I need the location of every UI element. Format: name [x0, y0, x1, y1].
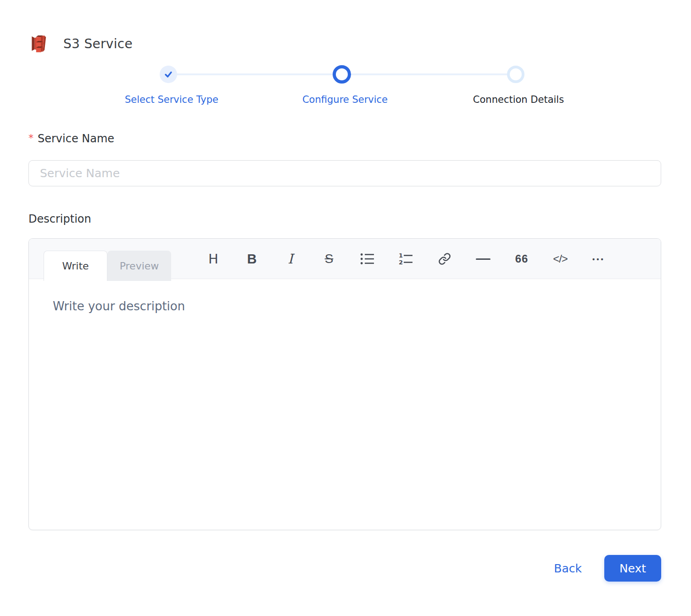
horizontal-rule-icon — [476, 258, 490, 260]
italic-icon: I — [288, 251, 293, 267]
description-editor: Write Preview H B I S — [28, 238, 661, 530]
step-label-connection-details: Connection Details — [427, 94, 610, 105]
tab-write[interactable]: Write — [44, 251, 107, 281]
add-service-wizard-page: S3 Service Select Service Type Configure… — [0, 0, 691, 616]
step-configure-service-indicator — [333, 65, 351, 84]
strikethrough-icon: S — [325, 252, 334, 266]
s3-cube-top — [36, 35, 43, 41]
bulleted-list-button[interactable] — [348, 239, 387, 279]
editor-tabs: Write Preview — [44, 251, 171, 281]
horizontal-rule-button[interactable] — [464, 239, 502, 279]
editor-toolbar: Write Preview H B I S — [29, 239, 661, 279]
numbered-list-icon: 1 2 — [399, 252, 413, 265]
bulleted-list-icon — [360, 252, 375, 265]
check-icon — [164, 70, 173, 79]
s3-cube-bottom — [36, 46, 43, 52]
back-button[interactable]: Back — [554, 562, 582, 575]
s3-service-icon — [28, 33, 50, 54]
quote-icon: 66 — [515, 252, 529, 265]
required-asterisk: * — [28, 132, 33, 144]
step-label-select-service-type: Select Service Type — [80, 94, 263, 105]
bold-button[interactable]: B — [233, 239, 271, 279]
service-name-input[interactable] — [28, 160, 661, 186]
bold-icon: B — [247, 252, 257, 267]
strikethrough-button[interactable]: S — [310, 239, 348, 279]
description-label: Description — [28, 213, 91, 225]
svg-text:2: 2 — [399, 259, 403, 265]
italic-button[interactable]: I — [271, 239, 310, 279]
editor-toolbar-buttons: H B I S — [194, 239, 618, 279]
step-connection-details-indicator — [507, 66, 524, 83]
next-button[interactable]: Next — [604, 555, 661, 582]
s3-cube-middle — [36, 41, 43, 47]
code-button[interactable]: </> — [541, 239, 580, 279]
page-title: S3 Service — [63, 36, 133, 51]
heading-icon: H — [208, 251, 218, 267]
more-options-icon: ••• — [592, 255, 605, 263]
quote-button[interactable]: 66 — [502, 239, 541, 279]
heading-button[interactable]: H — [194, 239, 233, 279]
svg-text:1: 1 — [399, 252, 403, 259]
page-header: S3 Service — [28, 33, 133, 54]
wizard-stepper: Select Service Type Configure Service Co… — [0, 65, 691, 115]
step-label-configure-service: Configure Service — [253, 94, 437, 105]
link-icon — [438, 252, 451, 265]
wizard-footer: Back Next — [554, 555, 661, 582]
service-name-label: *Service Name — [28, 132, 114, 145]
tab-preview[interactable]: Preview — [107, 251, 171, 281]
more-button[interactable]: ••• — [580, 239, 618, 279]
service-name-label-text: Service Name — [38, 132, 114, 145]
code-icon: </> — [553, 252, 568, 265]
description-textarea[interactable] — [29, 279, 661, 530]
step-select-service-type-indicator — [160, 66, 177, 83]
numbered-list-button[interactable]: 1 2 — [387, 239, 425, 279]
link-button[interactable] — [425, 239, 464, 279]
